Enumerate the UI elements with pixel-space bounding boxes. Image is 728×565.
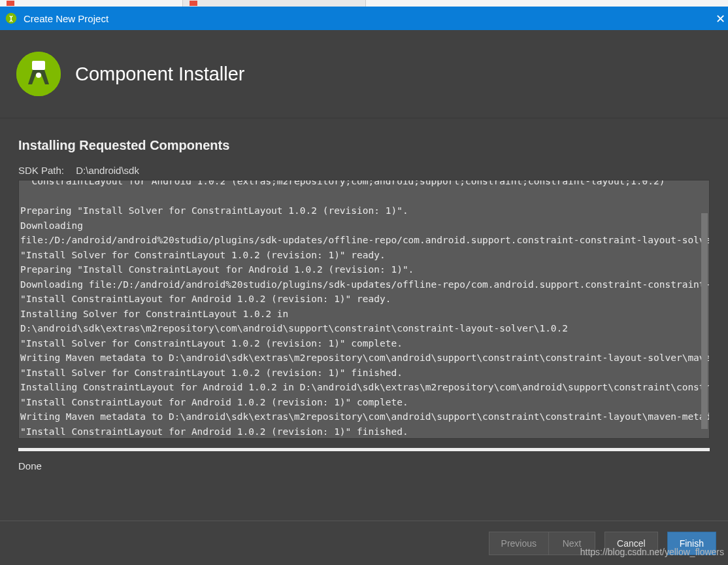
cancel-button[interactable]: Cancel [604, 532, 658, 555]
next-button: Next [548, 532, 595, 555]
install-log[interactable]: ConstraintLayout for Android 1.0.2 (extr… [18, 180, 710, 439]
content-area: Installing Requested Components SDK Path… [0, 118, 728, 471]
button-bar: Previous Next Cancel Finish [0, 521, 728, 565]
bg-tab-2 [183, 0, 366, 7]
section-heading: Installing Requested Components [18, 138, 710, 153]
wizard-header: Component Installer [0, 30, 728, 118]
bg-tab-1 [0, 0, 183, 7]
background-tabs [0, 0, 728, 7]
install-log-text: ConstraintLayout for Android 1.0.2 (extr… [20, 180, 700, 439]
progress-bar [18, 448, 710, 451]
sdk-path-label: SDK Path: [18, 165, 64, 176]
status-text: Done [18, 460, 710, 471]
android-studio-logo [16, 52, 61, 96]
page-title: Component Installer [75, 63, 245, 85]
previous-button: Previous [489, 532, 548, 555]
titlebar: Create New Project ✕ [0, 7, 728, 30]
close-icon[interactable]: ✕ [716, 12, 725, 26]
sdk-path-row: SDK Path: D:\android\sdk [18, 165, 710, 176]
svg-rect-2 [32, 61, 45, 70]
svg-point-3 [36, 73, 41, 78]
android-studio-icon [5, 12, 17, 24]
finish-button[interactable]: Finish [667, 532, 716, 555]
sdk-path-value: D:\android\sdk [76, 165, 139, 176]
scrollbar-thumb[interactable] [701, 213, 708, 429]
window-title: Create New Project [24, 13, 108, 24]
